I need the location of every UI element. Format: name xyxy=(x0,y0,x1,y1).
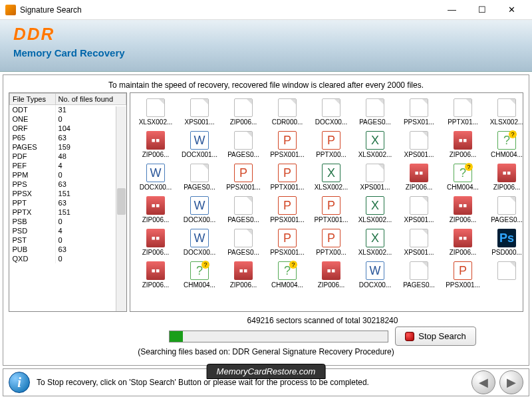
file-item[interactable]: XXLSX002... xyxy=(354,227,396,257)
file-item[interactable]: PAGES0... xyxy=(354,97,396,127)
file-item[interactable]: PPPTX001... xyxy=(310,195,352,225)
file-type-row[interactable]: PPTX151 xyxy=(10,207,126,217)
file-item[interactable]: ▪▪ZIP006... xyxy=(134,130,177,160)
blank-file-icon xyxy=(146,98,165,117)
file-item[interactable]: PPPTX00... xyxy=(310,227,352,257)
file-item[interactable]: PAGES0... xyxy=(485,195,523,225)
file-item[interactable]: PPPTX00... xyxy=(310,130,352,160)
file-type-row[interactable]: PSD4 xyxy=(10,226,126,235)
file-item[interactable]: ▪▪ZIP006... xyxy=(398,162,440,192)
file-item[interactable]: PsPSD000... xyxy=(485,227,523,257)
file-item[interactable]: ▪▪ZIP006... xyxy=(442,195,484,225)
file-item[interactable]: XPS001... xyxy=(354,162,396,192)
file-name: PPSX001... xyxy=(223,184,263,191)
progress-label: 649216 sectors scanned of total 30218240 xyxy=(247,316,398,325)
close-button[interactable]: ✕ xyxy=(497,0,527,20)
file-item[interactable]: ▪▪ZIP006... xyxy=(442,227,484,257)
doc-file-icon: W xyxy=(146,164,165,182)
file-type-row[interactable]: PEF4 xyxy=(10,161,126,170)
file-item[interactable]: PPPSX001... xyxy=(266,130,309,160)
file-type-row[interactable]: PDF48 xyxy=(10,152,126,161)
file-item[interactable]: WDOCX00... xyxy=(134,162,177,192)
file-item[interactable]: PPPTX001... xyxy=(266,162,309,192)
doc-file-icon: W xyxy=(190,229,209,247)
file-type-row[interactable]: QXD0 xyxy=(10,254,126,263)
titlebar: Signature Search — ☐ ✕ xyxy=(0,0,532,20)
file-item[interactable]: XPS001... xyxy=(398,227,440,257)
file-type-row[interactable]: PST0 xyxy=(10,235,126,245)
file-item[interactable]: ▪▪ZIP006... xyxy=(442,130,484,160)
minimize-button[interactable]: — xyxy=(437,0,467,20)
logo-text: DDR xyxy=(13,24,519,45)
file-item[interactable]: PAGES0... xyxy=(222,130,265,160)
file-item[interactable]: ?CHM004... xyxy=(442,162,484,192)
file-name: XLSX002... xyxy=(136,118,176,126)
file-type-row[interactable]: PAGES159 xyxy=(10,142,126,152)
file-item[interactable]: PPPSX001... xyxy=(442,260,484,290)
col-count[interactable]: No. of files found xyxy=(55,94,126,105)
file-type-row[interactable]: PPSX151 xyxy=(10,189,126,198)
file-type-row[interactable]: PPS63 xyxy=(10,180,126,189)
file-item[interactable]: WDOCX00... xyxy=(178,227,221,257)
file-item[interactable]: ▪▪ZIP006... xyxy=(485,162,523,192)
file-item[interactable]: ZIP006... xyxy=(222,97,265,127)
progress-fill xyxy=(170,331,183,342)
file-type-row[interactable]: PPT63 xyxy=(10,198,126,207)
file-item[interactable]: ▪▪ZIP006... xyxy=(222,260,265,290)
file-item[interactable]: XPS001... xyxy=(178,97,221,127)
file-item[interactable]: CDR000... xyxy=(266,97,309,127)
file-item[interactable]: PPSX01... xyxy=(398,97,440,127)
file-item[interactable]: ▪▪ZIP006... xyxy=(134,260,177,290)
file-type-row[interactable]: P6563 xyxy=(10,133,126,142)
file-item[interactable]: XXLSX002... xyxy=(310,162,352,192)
scrollbar-thumb[interactable] xyxy=(117,188,126,215)
file-type-row[interactable]: ODT31 xyxy=(10,105,126,115)
file-type-row[interactable]: ONE0 xyxy=(10,114,126,124)
file-item[interactable]: ?CHM004... xyxy=(485,130,523,160)
zip-file-icon: ▪▪ xyxy=(146,131,165,150)
chm-file-icon: ? xyxy=(454,164,472,182)
file-item[interactable]: PPPSX001... xyxy=(266,227,309,257)
file-item[interactable]: ?CHM004... xyxy=(178,260,221,290)
file-item[interactable]: XXLSX002... xyxy=(354,195,396,225)
file-item[interactable]: PPPSX001... xyxy=(266,195,309,225)
file-item[interactable]: XXLSX002... xyxy=(354,130,396,160)
blank-file-icon xyxy=(410,131,428,150)
file-type-row[interactable]: PSB0 xyxy=(10,217,126,226)
file-name: PPTX001... xyxy=(311,216,351,223)
back-button[interactable]: ◀ xyxy=(471,370,495,394)
col-file-types[interactable]: File Types xyxy=(10,94,56,105)
file-type-row[interactable]: PUB63 xyxy=(10,245,126,254)
psd-file-icon: Ps xyxy=(497,229,516,247)
ppt-file-icon: P xyxy=(322,131,340,150)
file-item[interactable]: ▪▪ZIP006... xyxy=(134,195,177,225)
file-item[interactable]: WDOCX001... xyxy=(178,130,221,160)
file-item[interactable]: XPS001... xyxy=(398,130,440,160)
left-scrollbar[interactable] xyxy=(116,106,126,311)
file-item[interactable]: WDOCX00... xyxy=(354,260,396,290)
file-type-row[interactable]: ORF104 xyxy=(10,124,126,133)
file-item[interactable]: PAGES0... xyxy=(222,195,265,225)
file-name: ZIP006... xyxy=(443,151,483,158)
file-item[interactable]: PPPSX001... xyxy=(222,162,265,192)
file-item[interactable]: WDOCX00... xyxy=(178,195,221,225)
file-type-row[interactable]: PPM0 xyxy=(10,170,126,180)
file-item[interactable]: ▪▪ZIP006... xyxy=(310,260,352,290)
file-item[interactable]: XPS001... xyxy=(398,195,440,225)
forward-button[interactable]: ▶ xyxy=(499,370,523,394)
file-item[interactable]: ?CHM004... xyxy=(266,260,309,290)
file-item[interactable]: PAGES0... xyxy=(178,162,221,192)
file-item[interactable]: PPTX01... xyxy=(442,97,484,127)
maximize-button[interactable]: ☐ xyxy=(467,0,497,20)
ppt-file-icon: P xyxy=(322,229,340,247)
file-item[interactable]: XLSX002... xyxy=(134,97,177,127)
file-item[interactable] xyxy=(485,260,523,290)
file-item[interactable]: PAGES0... xyxy=(398,260,440,290)
file-item[interactable]: XLSX002... xyxy=(485,97,523,127)
progress-bar xyxy=(169,331,388,342)
stop-search-button[interactable]: Stop Search xyxy=(395,327,476,346)
file-item[interactable]: DOCX00... xyxy=(310,97,352,127)
file-name: ZIP006... xyxy=(136,216,176,223)
file-item[interactable]: ▪▪ZIP006... xyxy=(134,227,177,257)
file-item[interactable]: PAGES0... xyxy=(222,227,265,257)
